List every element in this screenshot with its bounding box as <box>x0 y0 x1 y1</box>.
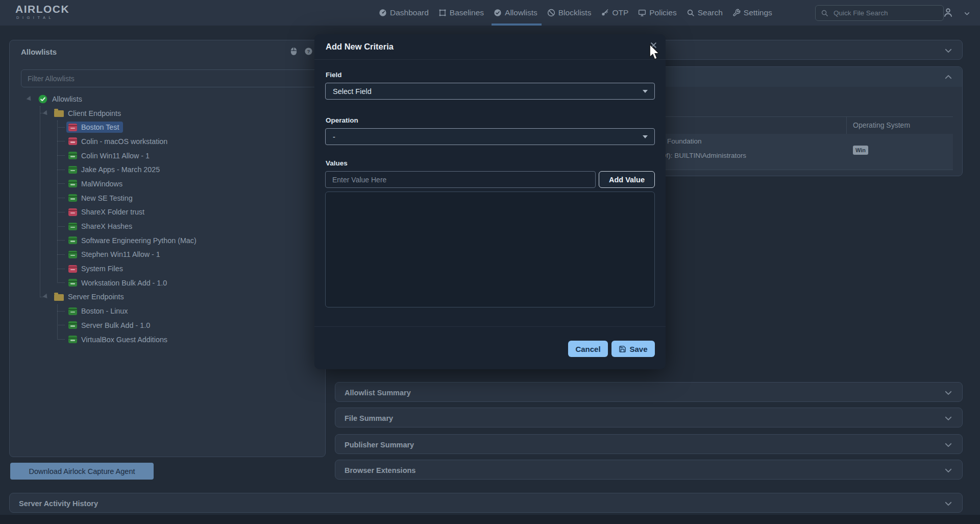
accordion-header[interactable]: Publisher Summary <box>335 435 962 455</box>
chevron-down-icon <box>944 499 953 508</box>
tree-item-label: ShareX Hashes <box>81 222 132 230</box>
quick-file-search[interactable] <box>815 5 944 21</box>
nav-item-baselines[interactable]: Baselines <box>438 0 484 26</box>
tree-connector-line <box>57 304 58 340</box>
accordion-file-summary[interactable]: File Summary <box>335 408 963 427</box>
allowlist-box-icon <box>68 251 77 258</box>
folder-icon <box>54 110 64 117</box>
user-icon[interactable] <box>943 7 953 20</box>
tree-connector-line <box>57 311 65 312</box>
tree-item-content: Allowlists <box>36 92 86 106</box>
tree-item-allowlists[interactable]: Allowlists <box>10 92 325 106</box>
user-menu-chevron-icon[interactable] <box>964 10 970 19</box>
allowlist-box-icon <box>68 208 77 216</box>
nav-item-otp[interactable]: OTP <box>601 0 628 26</box>
tree-connector-line <box>57 269 65 269</box>
allowlists-panel: Allowlists ? AllowlistsClient EndpointsB… <box>9 40 326 457</box>
server-activity-history-header[interactable]: Server Activity History <box>10 493 962 513</box>
nav-item-settings[interactable]: Settings <box>732 0 772 26</box>
tree-item-label: Jake Apps - March 2025 <box>81 165 160 174</box>
tree-item-content: New SE Testing <box>66 193 137 204</box>
nav-item-policies[interactable]: Policies <box>638 0 676 26</box>
nav-item-label: Settings <box>744 8 772 17</box>
caret-down-icon <box>643 90 648 93</box>
ban-icon <box>547 9 555 17</box>
tree-item-label: Client Endpoints <box>68 109 121 117</box>
chevron-down-icon <box>944 414 953 423</box>
operation-label: Operation <box>326 116 358 124</box>
tree-item-label: Workstation Bulk Add - 1.0 <box>81 279 167 287</box>
os-badge: Win <box>853 146 868 155</box>
tree-item-content: Boston - Linux <box>66 305 132 317</box>
tree-connector-line <box>57 121 58 283</box>
values-list-box <box>325 192 655 307</box>
tree-item-label: Boston Test <box>81 123 119 131</box>
tree-item-content: Server Bulk Add - 1.0 <box>66 320 154 331</box>
accordion-header[interactable]: Browser Extensions <box>335 460 962 480</box>
save-icon <box>619 345 626 353</box>
quick-file-search-input[interactable] <box>832 9 938 17</box>
nav-item-allowlists[interactable]: Allowlists <box>494 0 537 26</box>
mouse-icon[interactable] <box>290 47 297 56</box>
value-input[interactable] <box>325 171 596 188</box>
tree-connector-line <box>57 183 65 184</box>
wrench-icon <box>732 9 741 17</box>
expander-icon[interactable] <box>27 96 33 102</box>
search-icon <box>821 9 828 17</box>
nav-item-blocklists[interactable]: Blocklists <box>547 0 592 26</box>
allowlist-box-icon <box>68 223 77 230</box>
main-nav: DashboardBaselinesAllowlistsBlocklistsOT… <box>379 0 772 26</box>
field-select[interactable]: Select Field <box>325 83 655 100</box>
tree-item-server-endpoints[interactable]: Server Endpoints <box>10 290 325 304</box>
tree-connector-line <box>57 226 65 227</box>
app-header: AIRLOCK DIGITAL DashboardBaselinesAllowl… <box>0 0 980 26</box>
tree-item-content: Software Engineering Python (Mac) <box>66 235 201 246</box>
tree-connector-line <box>57 282 65 283</box>
expander-icon[interactable] <box>43 110 50 116</box>
accordion-allowlist-summary[interactable]: Allowlist Summary <box>335 382 963 402</box>
values-label: Values <box>326 159 348 167</box>
brand-logo[interactable]: AIRLOCK DIGITAL <box>15 4 69 20</box>
allowlist-box-icon <box>68 124 77 131</box>
chevron-down-icon <box>944 46 953 55</box>
filter-allowlists-input[interactable] <box>21 69 319 87</box>
close-icon[interactable] <box>650 41 657 49</box>
table-header-operating-system: Operating System <box>853 121 910 129</box>
cancel-button[interactable]: Cancel <box>568 341 608 357</box>
help-icon[interactable]: ? <box>304 47 313 56</box>
tree-item-content: Client Endpoints <box>52 108 125 119</box>
accordion-label: File Summary <box>345 414 393 422</box>
modal-footer-divider <box>314 326 666 327</box>
page-bottom-strip <box>0 515 980 524</box>
accordion-header[interactable]: File Summary <box>335 408 962 428</box>
tree-item-label: Colin - macOS workstation <box>81 137 167 146</box>
download-capture-agent-button[interactable]: Download Airlock Capture Agent <box>10 463 154 480</box>
brand-name: AIRLOCK <box>15 4 69 15</box>
add-value-button[interactable]: Add Value <box>599 171 655 188</box>
tree-item-content: Workstation Bulk Add - 1.0 <box>66 277 171 289</box>
nav-item-label: Policies <box>649 8 676 17</box>
key-icon <box>601 9 609 17</box>
accordion-header[interactable]: Allowlist Summary <box>335 383 962 402</box>
save-button[interactable]: Save <box>611 341 655 357</box>
nav-item-label: Blocklists <box>558 8 592 17</box>
allowlist-box-icon <box>68 166 77 174</box>
table-cell-text: Foundation <box>667 137 702 145</box>
tree-item-content: Boston Test <box>66 122 123 133</box>
tree-connector-line <box>57 170 65 170</box>
tree-item-content: Jake Apps - March 2025 <box>66 164 164 175</box>
operation-select[interactable]: - <box>325 128 655 145</box>
tree-item-label: Boston - Linux <box>81 307 128 315</box>
tree-item-client-endpoints[interactable]: Client Endpoints <box>10 106 325 121</box>
accordion-publisher-summary[interactable]: Publisher Summary <box>335 434 963 454</box>
nav-item-dashboard[interactable]: Dashboard <box>379 0 429 26</box>
server-activity-history-accordion[interactable]: Server Activity History <box>9 493 963 513</box>
nav-item-label: Dashboard <box>390 8 429 17</box>
gauge-icon <box>379 9 387 17</box>
nav-item-search[interactable]: Search <box>687 0 723 26</box>
accordion-browser-extensions[interactable]: Browser Extensions <box>335 460 963 480</box>
allowlist-box-icon <box>68 265 77 273</box>
accordion-label: Browser Extensions <box>345 466 415 474</box>
expander-icon[interactable] <box>43 294 50 300</box>
tree-connector-line <box>57 155 65 156</box>
